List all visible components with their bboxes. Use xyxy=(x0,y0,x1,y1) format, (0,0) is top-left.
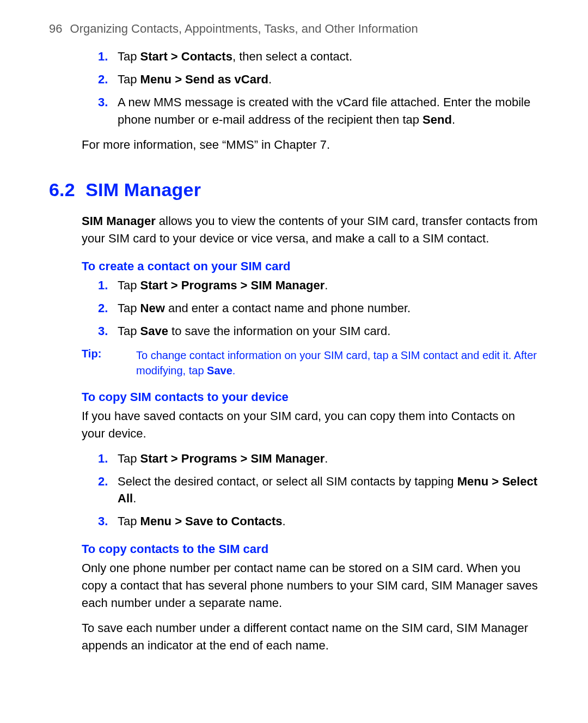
intro-steps-list: 1. Tap Start > Contacts, then select a c… xyxy=(82,48,539,129)
step-text-post: , then select a contact. xyxy=(232,50,352,63)
list-item: 3. Tap Menu > Save to Contacts. xyxy=(98,513,539,530)
section-intro-bold: SIM Manager xyxy=(82,214,156,228)
step-number: 3. xyxy=(98,94,108,111)
step-text-post: to save the information on your SIM card… xyxy=(168,324,390,338)
section-number: 6.2 xyxy=(49,179,75,200)
step-text-bold: Start > Programs > SIM Manager xyxy=(140,452,325,465)
subsection-heading: To create a contact on your SIM card xyxy=(82,259,539,274)
step-text-post: . xyxy=(268,72,272,86)
section-title: SIM Manager xyxy=(85,179,201,200)
step-text-post: . xyxy=(452,113,455,126)
page-header: 96 Organizing Contacts, Appointments, Ta… xyxy=(49,22,539,36)
tip-text-bold: Save xyxy=(207,364,232,376)
step-text-bold: Start > Programs > SIM Manager xyxy=(140,278,325,292)
subsection-heading: To copy SIM contacts to your device xyxy=(82,390,539,404)
step-text-bold: Start > Contacts xyxy=(140,50,232,63)
tip-block: Tip: To change contact information on yo… xyxy=(82,348,539,378)
step-text-bold: Save xyxy=(140,324,168,338)
list-item: 1. Tap Start > Programs > SIM Manager. xyxy=(98,277,539,294)
step-number: 1. xyxy=(98,277,108,294)
step-text-bold: Menu > Send as vCard xyxy=(140,72,268,86)
step-text-pre: Tap xyxy=(118,324,140,338)
sub3-paragraph-1: Only one phone number per contact name c… xyxy=(82,560,539,612)
list-item: 3. A new MMS message is created with the… xyxy=(98,94,539,129)
step-text-pre: A new MMS message is created with the vC… xyxy=(118,95,530,126)
list-item: 1. Tap Start > Programs > SIM Manager. xyxy=(98,450,539,467)
document-page: 96 Organizing Contacts, Appointments, Ta… xyxy=(0,0,588,695)
step-number: 3. xyxy=(98,323,108,340)
list-item: 1. Tap Start > Contacts, then select a c… xyxy=(98,48,539,65)
step-text-pre: Tap xyxy=(118,301,140,315)
tip-text-post: . xyxy=(232,364,236,376)
list-item: 2. Select the desired contact, or select… xyxy=(98,473,539,508)
sub2-steps-list: 1. Tap Start > Programs > SIM Manager. 2… xyxy=(82,450,539,531)
page-content: 1. Tap Start > Contacts, then select a c… xyxy=(49,48,539,654)
step-number: 1. xyxy=(98,48,108,65)
subsection-heading: To copy contacts to the SIM card xyxy=(82,542,539,556)
step-number: 2. xyxy=(98,71,108,88)
step-text-pre: Tap xyxy=(118,452,140,465)
tip-text-pre: To change contact information on your SI… xyxy=(136,349,537,376)
sub1-steps-list: 1. Tap Start > Programs > SIM Manager. 2… xyxy=(82,277,539,340)
tip-label: Tip: xyxy=(82,348,121,378)
page-number: 96 xyxy=(49,22,62,35)
step-text-pre: Tap xyxy=(118,72,140,86)
list-item: 2. Tap New and enter a contact name and … xyxy=(98,300,539,317)
tip-body: To change contact information on your SI… xyxy=(136,348,539,378)
step-text-bold: Send xyxy=(422,113,452,126)
step-text-post: . xyxy=(324,452,328,465)
step-number: 3. xyxy=(98,513,108,530)
section-heading: 6.2 SIM Manager xyxy=(49,179,539,201)
step-text-pre: Tap xyxy=(118,514,140,528)
step-text-bold: Menu > Save to Contacts xyxy=(140,514,283,528)
step-text-bold: New xyxy=(140,301,165,315)
step-text-pre: Select the desired contact, or select al… xyxy=(118,475,457,488)
section-intro: SIM Manager allows you to view the conte… xyxy=(82,212,539,247)
chapter-title: Organizing Contacts, Appointments, Tasks… xyxy=(70,22,418,35)
intro-more-info: For more information, see “MMS” in Chapt… xyxy=(82,136,539,154)
step-number: 2. xyxy=(98,300,108,317)
step-text-post: . xyxy=(324,278,328,292)
step-text-pre: Tap xyxy=(118,278,140,292)
list-item: 3. Tap Save to save the information on y… xyxy=(98,323,539,340)
step-text-pre: Tap xyxy=(118,50,140,63)
sub3-paragraph-2: To save each number under a different co… xyxy=(82,619,539,654)
step-number: 1. xyxy=(98,450,108,467)
step-number: 2. xyxy=(98,473,108,490)
step-text-post: . xyxy=(133,491,136,505)
step-text-post: . xyxy=(283,514,286,528)
list-item: 2. Tap Menu > Send as vCard. xyxy=(98,71,539,88)
step-text-post: and enter a contact name and phone numbe… xyxy=(165,301,411,315)
sub2-intro: If you have saved contacts on your SIM c… xyxy=(82,408,539,442)
